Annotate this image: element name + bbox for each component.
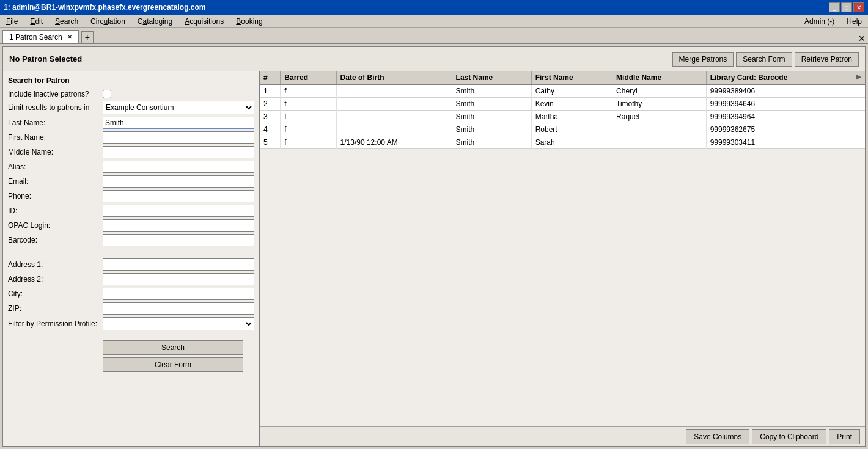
- limit-results-select[interactable]: Example Consortium: [103, 101, 254, 114]
- patron-table: # Barred Date of Birth Last Name First N…: [260, 71, 865, 149]
- last-name-row: Last Name:: [8, 117, 254, 129]
- cell-3: Smith: [452, 136, 531, 149]
- opac-login-label: OPAC Login:: [8, 221, 103, 230]
- first-name-label: First Name:: [8, 133, 103, 142]
- menu-cataloging[interactable]: Cataloging: [134, 16, 176, 26]
- form-buttons: Search Clear Form: [8, 340, 254, 372]
- search-panel: Search for Patron Include inactive patro…: [3, 71, 260, 446]
- address1-input[interactable]: [103, 258, 254, 271]
- table-row[interactable]: 3fSmithMarthaRaquel99999394964: [260, 111, 865, 123]
- close-button[interactable]: ✕: [853, 2, 864, 12]
- city-label: City:: [8, 290, 103, 298]
- opac-login-input[interactable]: [103, 219, 254, 232]
- barcode-input[interactable]: [103, 234, 254, 246]
- print-button[interactable]: Print: [829, 429, 860, 444]
- resize-icon: ▶: [856, 73, 861, 80]
- cell-1: f: [281, 111, 336, 123]
- cell-0: 1: [260, 84, 281, 98]
- results-table[interactable]: # Barred Date of Birth Last Name First N…: [260, 71, 865, 426]
- first-name-input[interactable]: [103, 131, 254, 144]
- cell-3: Smith: [452, 111, 531, 123]
- filter-permission-select[interactable]: [103, 317, 254, 330]
- results-tbody: 1fSmithCathyCheryl999993894062fSmithKevi…: [260, 84, 865, 149]
- address2-label: Address 2:: [8, 275, 103, 283]
- table-row[interactable]: 5f1/13/90 12:00 AMSmithSarah99999303411: [260, 136, 865, 149]
- col-barcode[interactable]: Library Card: Barcode ▶: [706, 71, 865, 84]
- middle-name-input[interactable]: [103, 146, 254, 158]
- tab-bar: 1 Patron Search ✕ + ✕: [0, 28, 868, 44]
- col-barred[interactable]: Barred: [281, 71, 336, 84]
- include-inactive-row: Include inactive patrons?: [8, 90, 254, 98]
- retrieve-patron-button[interactable]: Retrieve Patron: [795, 52, 859, 67]
- table-header-row: # Barred Date of Birth Last Name First N…: [260, 71, 865, 84]
- id-input[interactable]: [103, 205, 254, 217]
- last-name-input[interactable]: [103, 117, 254, 129]
- menu-search[interactable]: Search: [51, 16, 82, 26]
- phone-row: Phone:: [8, 190, 254, 202]
- cell-1: f: [281, 98, 336, 111]
- table-row[interactable]: 4fSmithRobert99999362675: [260, 123, 865, 136]
- email-label: Email:: [8, 177, 103, 186]
- search-form-button[interactable]: Search Form: [736, 52, 792, 67]
- col-num[interactable]: #: [260, 71, 281, 84]
- cell-2: [336, 111, 452, 123]
- cell-1: f: [281, 84, 336, 98]
- table-row[interactable]: 2fSmithKevinTimothy99999394646: [260, 98, 865, 111]
- address2-row: Address 2:: [8, 273, 254, 285]
- filter-permission-row: Filter by Permission Profile:: [8, 317, 254, 330]
- city-row: City:: [8, 288, 254, 300]
- cell-0: 2: [260, 98, 281, 111]
- cell-5: [612, 136, 707, 149]
- save-columns-button[interactable]: Save Columns: [686, 429, 749, 444]
- title-bar-controls[interactable]: _ □ ✕: [829, 2, 864, 12]
- minimize-button[interactable]: _: [829, 2, 840, 12]
- cell-6: 99999389406: [706, 84, 865, 98]
- address1-row: Address 1:: [8, 258, 254, 271]
- search-button[interactable]: Search: [103, 340, 243, 355]
- help-menu-item[interactable]: Help: [843, 16, 866, 26]
- phone-label: Phone:: [8, 192, 103, 200]
- cell-2: [336, 98, 452, 111]
- middle-name-row: Middle Name:: [8, 146, 254, 158]
- col-dob[interactable]: Date of Birth: [336, 71, 452, 84]
- restore-button[interactable]: □: [841, 2, 852, 12]
- phone-input[interactable]: [103, 190, 254, 202]
- add-tab-button[interactable]: +: [81, 31, 94, 43]
- menu-acquisitions[interactable]: Acquisitions: [181, 16, 227, 26]
- table-row[interactable]: 1fSmithCathyCheryl99999389406: [260, 84, 865, 98]
- copy-to-clipboard-button[interactable]: Copy to Clipboard: [752, 429, 826, 444]
- col-middlename[interactable]: Middle Name: [612, 71, 707, 84]
- cell-3: Smith: [452, 98, 531, 111]
- patron-search-tab[interactable]: 1 Patron Search ✕: [2, 30, 79, 43]
- merge-patrons-button[interactable]: Merge Patrons: [672, 52, 734, 67]
- menu-edit[interactable]: Edit: [26, 16, 46, 26]
- cell-3: Smith: [452, 84, 531, 98]
- cell-2: [336, 84, 452, 98]
- col-lastname[interactable]: Last Name: [452, 71, 531, 84]
- email-input[interactable]: [103, 175, 254, 188]
- cell-2: [336, 123, 452, 136]
- alias-row: Alias:: [8, 161, 254, 173]
- close-tabs-icon[interactable]: ✕: [858, 34, 866, 43]
- address2-input[interactable]: [103, 273, 254, 285]
- menu-circulation[interactable]: Circulation: [87, 16, 129, 26]
- col-firstname[interactable]: First Name: [531, 71, 612, 84]
- city-input[interactable]: [103, 288, 254, 300]
- limit-results-row: Limit results to patrons in Example Cons…: [8, 101, 254, 114]
- menu-bar: File Edit Search Circulation Cataloging …: [0, 15, 868, 28]
- zip-input[interactable]: [103, 302, 254, 315]
- admin-menu-item[interactable]: Admin (-): [801, 16, 838, 26]
- alias-input[interactable]: [103, 161, 254, 173]
- opac-login-row: OPAC Login:: [8, 219, 254, 232]
- tab-close-icon[interactable]: ✕: [67, 34, 72, 40]
- cell-0: 4: [260, 123, 281, 136]
- clear-form-button[interactable]: Clear Form: [103, 357, 243, 372]
- menu-booking[interactable]: Booking: [232, 16, 266, 26]
- last-name-label: Last Name:: [8, 119, 103, 127]
- include-inactive-checkbox[interactable]: [103, 90, 111, 98]
- include-inactive-label: Include inactive patrons?: [8, 90, 103, 98]
- menu-file[interactable]: File: [2, 16, 21, 26]
- zip-label: ZIP:: [8, 304, 103, 313]
- main-content: No Patron Selected Merge Patrons Search …: [2, 46, 866, 447]
- email-row: Email:: [8, 175, 254, 188]
